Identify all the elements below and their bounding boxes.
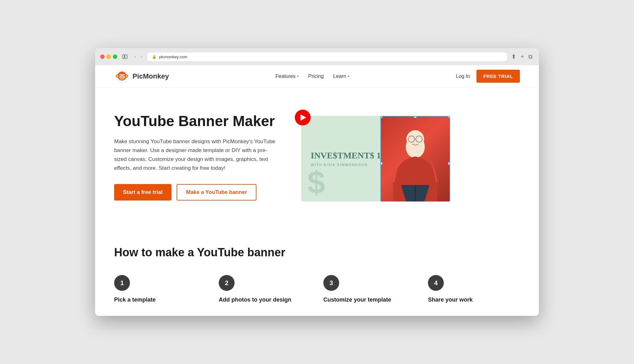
close-button[interactable]: [100, 54, 105, 59]
step-label: Pick a template: [114, 297, 206, 303]
url-text: picmonkey.com: [159, 54, 187, 59]
step-number: 1: [114, 275, 130, 291]
logo[interactable]: PicMonkey: [114, 68, 169, 84]
svg-rect-0: [123, 55, 124, 59]
person-svg: [384, 118, 447, 201]
step-number: 3: [323, 275, 339, 291]
logo-text: PicMonkey: [133, 72, 169, 80]
minimize-button[interactable]: [107, 54, 111, 59]
hero-title: YouTube Banner Maker: [114, 113, 279, 130]
step-label: Customize your template: [323, 297, 415, 303]
how-to-title: How to make a YouTube banner: [114, 246, 520, 259]
login-link[interactable]: Log In: [456, 73, 470, 79]
maximize-button[interactable]: [113, 54, 117, 59]
selection-handle-mr: [448, 162, 450, 165]
sidebar-toggle-button[interactable]: [120, 52, 129, 61]
share-button[interactable]: ⬆: [510, 52, 517, 61]
learn-nav-link[interactable]: Learn ▾: [333, 73, 349, 79]
selection-handle-tm: [414, 116, 417, 118]
step-item: 3 Customize your template: [323, 275, 415, 303]
hero-buttons: Start a free trial Make a YouTube banner: [114, 184, 279, 201]
new-tab-button[interactable]: +: [519, 52, 525, 61]
header: PicMonkey Features ▾ Pricing Learn ▾ Log…: [95, 65, 539, 87]
browser-window: ‹ › 🔒 picmonkey.com ⬆ + ⧉: [95, 48, 539, 316]
picmonkey-logo-icon: [114, 68, 130, 84]
step-label: Add photos to your design: [219, 297, 311, 303]
page-content: PicMonkey Features ▾ Pricing Learn ▾ Log…: [95, 65, 539, 316]
forward-button[interactable]: ›: [139, 53, 144, 61]
hero-left: YouTube Banner Maker Make stunning YouTu…: [114, 106, 279, 201]
banner-card: INVE$TMENT$ 101 WITH AISIA SIMMONDSON $: [301, 116, 450, 201]
step-label: Share your work: [428, 297, 520, 303]
svg-point-13: [121, 76, 123, 78]
traffic-lights: [100, 54, 117, 59]
youtube-play-icon: [301, 114, 306, 121]
nav-right: Log In FREE TRIAL: [456, 70, 520, 83]
step-number: 4: [428, 275, 444, 291]
dollar-bg: $: [307, 167, 325, 198]
start-free-trial-button[interactable]: Start a free trial: [114, 184, 171, 201]
selection-handle-tr: [448, 116, 450, 118]
nav-arrows: ‹ ›: [133, 53, 144, 61]
tabs-button[interactable]: ⧉: [527, 52, 534, 61]
svg-point-7: [120, 74, 121, 75]
svg-point-10: [117, 75, 119, 77]
step-item: 2 Add photos to your design: [219, 275, 311, 303]
hero-description: Make stunning YouTube banner designs wit…: [114, 137, 279, 173]
free-trial-button[interactable]: FREE TRIAL: [476, 70, 520, 83]
selection-handle-tl: [380, 116, 383, 118]
svg-point-8: [123, 74, 124, 75]
features-chevron-icon: ▾: [297, 74, 299, 78]
address-bar[interactable]: 🔒 picmonkey.com: [147, 53, 507, 61]
how-to-section: How to make a YouTube banner 1 Pick a te…: [95, 227, 539, 316]
step-item: 1 Pick a template: [114, 275, 206, 303]
svg-point-12: [126, 75, 127, 77]
selection-handle-ml: [380, 162, 383, 165]
features-nav-link[interactable]: Features ▾: [275, 73, 299, 79]
browser-chrome: ‹ › 🔒 picmonkey.com ⬆ + ⧉: [95, 48, 539, 65]
pricing-nav-link[interactable]: Pricing: [308, 73, 324, 79]
hero-section: YouTube Banner Maker Make stunning YouTu…: [95, 87, 539, 227]
back-button[interactable]: ‹: [133, 53, 138, 61]
svg-rect-1: [125, 55, 127, 59]
learn-chevron-icon: ▾: [348, 74, 349, 78]
step-item: 4 Share your work: [428, 275, 520, 303]
youtube-mockup: INVE$TMENT$ 101 WITH AISIA SIMMONDSON $: [292, 106, 450, 208]
security-icon: 🔒: [152, 54, 157, 59]
hero-right: INVE$TMENT$ 101 WITH AISIA SIMMONDSON $: [292, 106, 450, 214]
make-youtube-banner-button[interactable]: Make a YouTube banner: [177, 184, 257, 201]
nav-links: Features ▾ Pricing Learn ▾: [275, 73, 349, 79]
browser-right-actions: ⬆ + ⧉: [510, 52, 534, 61]
steps-container: 1 Pick a template 2 Add photos to your d…: [114, 275, 520, 303]
step-number: 2: [219, 275, 235, 291]
youtube-icon: [295, 110, 311, 125]
person-frame: [380, 116, 450, 201]
